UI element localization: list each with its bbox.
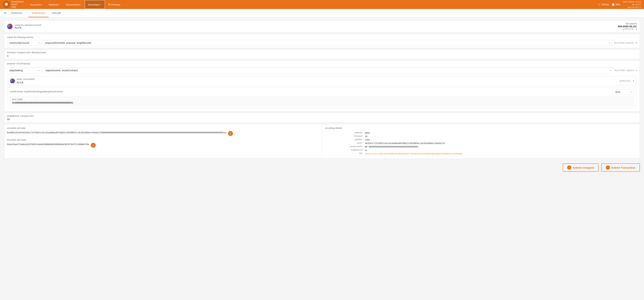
tab-submission[interactable]: Submission [28,9,49,17]
account-name: ALICE [15,26,41,29]
lengthbound-label: lengthBound: Compact<u32> [7,115,637,117]
submit-transaction-button[interactable]: ↑ Submit Transaction [601,164,640,172]
wiki-link[interactable]: 📄 Wiki [612,3,620,6]
network-name: Development [12,1,24,3]
nav-item-network[interactable]: Network ▾ [46,0,63,9]
encoded-right: encoding details callindex 6902 threshol… [322,124,640,158]
chevron-down-icon: ▾ [609,42,610,44]
extrinsic-selector-card: submit the following extrinsic community… [4,34,640,48]
chevron-down-icon[interactable]: ▾ [636,69,637,72]
app-logo[interactable]: 🅐 [3,1,10,8]
account-address: ajYMsCKsE... [622,28,635,30]
github-icon: ⌥ [598,3,600,6]
detail-callindex-inner: callindex 2201 [325,138,636,141]
detail-smartcontract: smartcontract 00 00000000000000000000000… [325,145,636,148]
threshold-param-block: threshold: Compact<u32> (MemberCount) 4 [4,49,640,59]
detail-lengthbound: lengthbound ec [325,149,636,152]
proposal-call-select[interactable]: register(owner, smartContract) ▾ [43,67,613,73]
chevron-down-icon[interactable]: ▾ [633,80,634,82]
copy-call-hash-button[interactable]: ⎘ [91,143,96,148]
encoded-left: encoded call data 0x6902102201d43593c715… [4,124,322,158]
balance-info: free balance 999.9999 MLOC ajYMsCKsE... … [618,23,637,30]
threshold-label: threshold: Compact<u32> (MemberCount) [7,51,637,54]
account-icon-alice [7,24,12,29]
nav-item-accounts[interactable]: Accounts ▾ [27,0,46,9]
network-sub: local/1 [12,3,24,6]
owner-address: ajYMsCKsE... [620,80,632,82]
footer-buttons: ↑ Submit Unsigned ↑ Submit Transaction [4,161,640,172]
lengthbound-value[interactable]: 59 [7,118,637,121]
smart-contract-type-select[interactable]: Evm ▾ [613,89,634,95]
chevron-down-icon[interactable]: ▾ [636,42,637,44]
owner-account-icon [10,78,15,83]
chevron-down-icon: ▾ [59,4,60,6]
pallet-select[interactable]: communityCouncil ▾ [7,40,42,46]
evm-label: Evm: H160 [12,98,632,101]
tab-separator: › [26,11,28,16]
submit-transaction-icon: ↑ [606,166,610,170]
free-balance-value: 999.9999 MLOC [618,25,637,28]
smart-contract-label: smartContract: AstarPrimitivesDappStakin… [10,90,63,93]
extrinsic-label: submit the following extrinsic [7,36,637,39]
owner-value[interactable]: ALICE [16,81,35,84]
chevron-down-icon: ▾ [631,91,632,93]
copy-call-data-button[interactable]: ⎘ [228,131,233,136]
chevron-down-icon: ▾ [42,4,42,6]
extrinsics-icon: ⬒ [4,12,6,15]
chevron-down-icon: ▾ [81,4,82,6]
detail-owner: owner d43593c715fdd31c61141abd04a99fd682… [325,142,636,145]
account-label: using the selected account [15,24,41,26]
submit-unsigned-button[interactable]: ↑ Submit Unsigned [563,164,598,172]
github-link[interactable]: ⌥ GitHub [598,3,609,6]
version-info: Astar Collator v5.41.0 api v12.0.2 apps … [623,1,641,9]
encoding-details-table: callindex 6902 threshold 10 callindex 22… [325,131,637,156]
detail-link: link #/extrinsics/decode/0x6902102201d43… [325,152,636,155]
decode-link[interactable]: #/extrinsics/decode/0x6902102201d43593c7… [365,153,466,155]
chevron-down-icon: ▾ [101,4,102,6]
wiki-icon: 📄 [612,3,615,6]
network-info: Development local/1 #192 [12,1,24,9]
call-hash-label: encoded call hash [7,139,319,141]
tab-extrinsics[interactable]: Extrinsics [8,9,26,17]
nav-item-governance[interactable]: Governance ▾ [63,0,84,9]
call-select[interactable]: propose(threshold, proposal, lengthBound… [43,40,612,46]
tab-decode[interactable]: Decode [48,9,64,17]
nav-right: ⌥ GitHub 📄 Wiki Astar Collator v5.41.0 a… [598,1,641,9]
account-card: using the selected account ALICE free ba… [4,20,640,33]
call-data-value: 0x6902102201d43593c715fdd31c61141abd04a9… [7,131,227,134]
chevron-down-icon: ▾ [38,69,39,72]
call-data-label: encoded call data [7,127,319,129]
threshold-value[interactable]: 4 [7,55,637,57]
evm-address-input[interactable] [12,101,632,104]
detail-threshold: threshold 10 [325,135,636,138]
see-proposal-link[interactable]: See ['Pallet::register']. [614,69,634,72]
free-balance-label: free balance [618,23,637,25]
gear-icon: ⚙ [108,3,110,6]
encoding-details-label: encoding details [325,127,637,129]
main-content: using the selected account ALICE free ba… [0,18,644,299]
detail-callindex-outer: callindex 6902 [325,131,636,134]
nav-item-developer[interactable]: Developer ▾ [84,0,105,9]
nav-items: Accounts ▾ Network ▾ Governance ▾ Develo… [27,0,598,9]
network-id: #192 [12,6,24,9]
see-pallet-link[interactable]: See ['Pallet::propose']. [614,42,634,44]
tabs-bar: ⬒ Extrinsics › Submission Decode [0,9,644,18]
chevron-down-icon[interactable]: ▾ [636,28,637,30]
nav-item-settings[interactable]: ⚙ Settings [105,0,124,9]
proposal-pallet-select[interactable]: dappStaking ▾ [7,67,42,73]
proposal-param-block: proposal: Call (Proposal) dappStaking ▾ … [4,61,640,111]
chevron-down-icon: ▾ [38,42,39,44]
submit-unsigned-icon: ↑ [567,166,571,170]
proposal-label: proposal: Call (Proposal) [7,62,637,65]
top-navigation: 🅐 Development local/1 #192 Accounts ▾ Ne… [0,0,644,9]
call-hash-value: 0xbe16ae5f3ab6a2d297b655c8e8b36888dd8208… [7,143,90,146]
owner-label: owner: AccountId32 [16,78,35,80]
chevron-down-icon: ▾ [610,69,611,72]
encoded-section: encoded call data 0x6902102201d43593c715… [4,124,640,159]
lengthbound-param-block: lengthBound: Compact<u32> 59 [4,113,640,123]
